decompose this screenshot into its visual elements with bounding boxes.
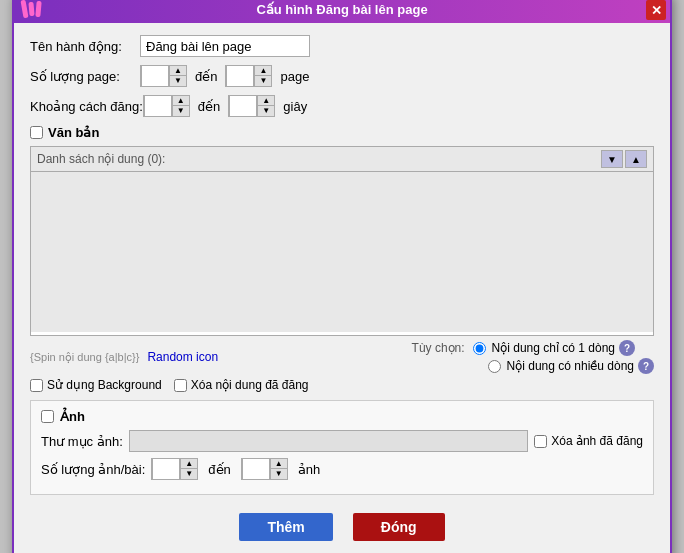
so-luong-anh-from-down[interactable]: ▼ (181, 469, 197, 479)
anh-section-label[interactable]: Ảnh (60, 409, 85, 424)
xoa-noi-dung-label-wrap[interactable]: Xóa nội dung đã đăng (174, 378, 309, 392)
khoang-cach-unit: giây (283, 99, 307, 114)
su-dung-bg-checkbox[interactable] (30, 379, 43, 392)
content-expand-btn[interactable]: ▲ (625, 150, 647, 168)
khoang-cach-to-up[interactable]: ▲ (258, 96, 274, 106)
so-luong-anh-to-spinner: 1 ▲ ▼ (241, 458, 288, 480)
xoa-anh-checkbox[interactable] (534, 435, 547, 448)
help-btn-2[interactable]: ? (638, 358, 654, 374)
content-area-container: Danh sách nội dung (0): ▼ ▲ (30, 146, 654, 336)
content-textarea[interactable] (31, 172, 653, 332)
xoa-noi-dung-checkbox[interactable] (174, 379, 187, 392)
khoang-cach-from-down[interactable]: ▼ (173, 106, 189, 116)
spin-hint: {Spin nội dung {a|b|c}} (30, 351, 139, 364)
so-luong-page-to-spinner: 1 ▲ ▼ (225, 65, 272, 87)
logo (22, 0, 41, 18)
thu-muc-row: Thư mục ảnh: Xóa ảnh đã đăng (41, 430, 643, 452)
den-label-2: đến (198, 99, 220, 114)
khoang-cach-from-up[interactable]: ▲ (173, 96, 189, 106)
content-area-header: Danh sách nội dung (0): ▼ ▲ (31, 147, 653, 172)
ten-hanh-dong-label: Tên hành động: (30, 39, 140, 54)
khoang-cach-from-spinbtns: ▲ ▼ (172, 96, 189, 116)
so-luong-page-row: Số lượng page: 1 ▲ ▼ đến 1 ▲ ▼ (30, 65, 654, 87)
options-left: {Spin nội dung {a|b|c}} Random icon (30, 350, 218, 364)
radio-1-dong-row: Tùy chọn: Nội dung chỉ có 1 dòng ? (412, 340, 654, 356)
radio-nhieu-dong-label[interactable]: Nội dung có nhiều dòng (507, 359, 634, 373)
close-button[interactable]: ✕ (646, 0, 666, 20)
khoang-cach-row: Khoảng cách đăng: 5 ▲ ▼ đến 10 ▲ ▼ (30, 95, 654, 117)
so-luong-anh-from-up[interactable]: ▲ (181, 459, 197, 469)
so-luong-page-label: Số lượng page: (30, 69, 140, 84)
thu-muc-input[interactable] (129, 430, 528, 452)
khoang-cach-to-spinner: 10 ▲ ▼ (228, 95, 275, 117)
xoa-anh-text: Xóa ảnh đã đăng (551, 434, 643, 448)
so-luong-page-from-input[interactable]: 1 (141, 65, 169, 87)
so-luong-anh-row: Số lượng ảnh/bài: 1 ▲ ▼ đến 1 ▲ ▼ ản (41, 458, 643, 480)
khoang-cach-label: Khoảng cách đăng: (30, 99, 143, 114)
dialog-content: Tên hành động: Số lượng page: 1 ▲ ▼ đến … (14, 23, 670, 553)
van-ban-checkbox[interactable] (30, 126, 43, 139)
random-icon-link[interactable]: Random icon (147, 350, 218, 364)
ten-hanh-dong-input[interactable] (140, 35, 310, 57)
radio-1-dong[interactable] (473, 342, 486, 355)
content-header-btns: ▼ ▲ (601, 150, 647, 168)
khoang-cach-from-input[interactable]: 5 (144, 95, 172, 117)
xoa-noi-dung-text: Xóa nội dung đã đăng (191, 378, 309, 392)
anh-section: Ảnh Thư mục ảnh: Xóa ảnh đã đăng Số lượn… (30, 400, 654, 495)
so-luong-anh-to-spinbtns: ▲ ▼ (270, 459, 287, 479)
khoang-cach-to-input[interactable]: 10 (229, 95, 257, 117)
thu-muc-label: Thư mục ảnh: (41, 434, 123, 449)
so-luong-page-spinner-group: 1 ▲ ▼ đến 1 ▲ ▼ page (140, 65, 309, 87)
dialog-title: Cấu hình Đăng bài lên page (256, 2, 427, 17)
so-luong-anh-from-input[interactable]: 1 (152, 458, 180, 480)
khoang-cach-to-spinbtns: ▲ ▼ (257, 96, 274, 116)
so-luong-anh-from-spinbtns: ▲ ▼ (180, 459, 197, 479)
so-luong-page-unit: page (280, 69, 309, 84)
anh-header: Ảnh (41, 409, 643, 424)
dong-button[interactable]: Đóng (353, 513, 445, 541)
so-luong-page-to-spinbtns: ▲ ▼ (254, 66, 271, 86)
options-row: {Spin nội dung {a|b|c}} Random icon Tùy … (30, 340, 654, 374)
so-luong-page-from-spinner: 1 ▲ ▼ (140, 65, 187, 87)
su-dung-bg-label-wrap[interactable]: Sử dụng Background (30, 378, 162, 392)
so-luong-anh-to-input[interactable]: 1 (242, 458, 270, 480)
so-luong-anh-unit: ảnh (298, 462, 320, 477)
radio-nhieu-dong[interactable] (488, 360, 501, 373)
khoang-cach-from-spinner: 5 ▲ ▼ (143, 95, 190, 117)
so-luong-page-to-input[interactable]: 1 (226, 65, 254, 87)
van-ban-checkbox-row: Văn bản (30, 125, 654, 140)
footer-btns: Thêm Đóng (30, 505, 654, 545)
so-luong-page-from-up[interactable]: ▲ (170, 66, 186, 76)
options-right: Tùy chọn: Nội dung chỉ có 1 dòng ? Nội d… (412, 340, 654, 374)
radio-nhieu-dong-row: Nội dung có nhiều dòng ? (412, 358, 654, 374)
so-luong-page-to-down[interactable]: ▼ (255, 76, 271, 86)
khoang-cach-to-down[interactable]: ▼ (258, 106, 274, 116)
radio-1-dong-label[interactable]: Nội dung chỉ có 1 dòng (492, 341, 615, 355)
content-list-label: Danh sách nội dung (0): (37, 152, 165, 166)
anh-checkbox[interactable] (41, 410, 54, 423)
van-ban-label[interactable]: Văn bản (48, 125, 99, 140)
so-luong-anh-from-spinner: 1 ▲ ▼ (151, 458, 198, 480)
title-bar: Cấu hình Đăng bài lên page ✕ (14, 0, 670, 23)
ten-hanh-dong-row: Tên hành động: (30, 35, 654, 57)
so-luong-page-from-down[interactable]: ▼ (170, 76, 186, 86)
them-button[interactable]: Thêm (239, 513, 332, 541)
help-btn-1[interactable]: ? (619, 340, 635, 356)
den-label-3: đến (208, 462, 230, 477)
so-luong-anh-to-down[interactable]: ▼ (271, 469, 287, 479)
so-luong-page-from-spinbtns: ▲ ▼ (169, 66, 186, 86)
khoang-cach-spinner-group: 5 ▲ ▼ đến 10 ▲ ▼ giây (143, 95, 307, 117)
so-luong-page-to-up[interactable]: ▲ (255, 66, 271, 76)
so-luong-anh-to-up[interactable]: ▲ (271, 459, 287, 469)
checkboxes-row: Sử dụng Background Xóa nội dung đã đăng (30, 378, 654, 392)
su-dung-bg-text: Sử dụng Background (47, 378, 162, 392)
dialog: Cấu hình Đăng bài lên page ✕ Tên hành độ… (12, 0, 672, 553)
xoa-anh-label-wrap[interactable]: Xóa ảnh đã đăng (534, 434, 643, 448)
tuy-chon-label: Tùy chọn: (412, 341, 465, 355)
so-luong-anh-label: Số lượng ảnh/bài: (41, 462, 145, 477)
content-collapse-btn[interactable]: ▼ (601, 150, 623, 168)
den-label-1: đến (195, 69, 217, 84)
